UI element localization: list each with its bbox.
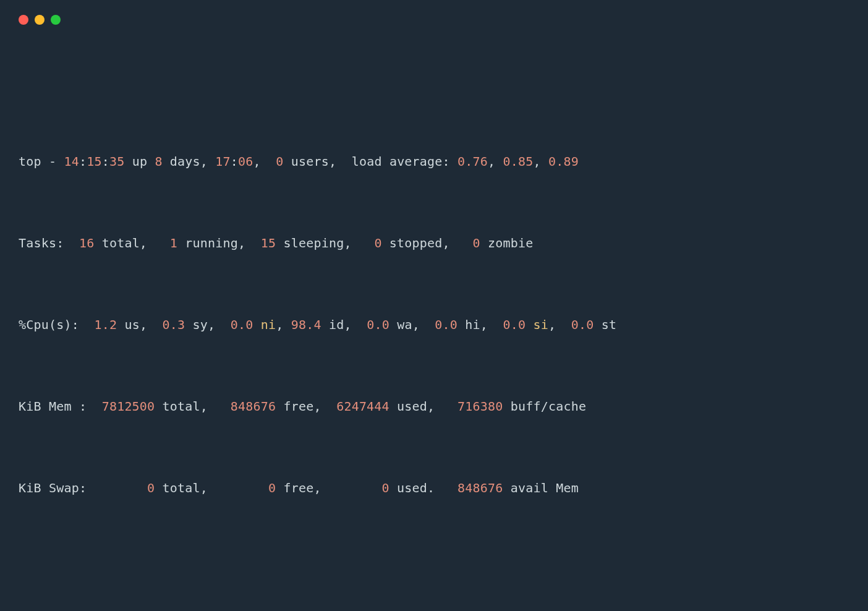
tasks-total: 16	[79, 236, 94, 250]
loadavg-1: 0.76	[457, 154, 488, 169]
mem-free: 848676	[231, 399, 276, 414]
mem-used: 6247444	[336, 399, 389, 414]
label: top -	[19, 154, 64, 169]
swap-free: 0	[268, 481, 276, 495]
cpu-ni: 0.0	[231, 317, 253, 332]
summary-line-uptime: top - 14:15:35 up 8 days, 17:06, 0 users…	[19, 152, 849, 172]
cpu-si: 0.0	[503, 317, 526, 332]
loadavg-5: 0.85	[503, 154, 534, 169]
cpu-us: 1.2	[94, 317, 117, 332]
cpu-wa: 0.0	[367, 317, 389, 332]
time-hour: 14	[64, 154, 79, 169]
tasks-stopped: 0	[374, 236, 381, 250]
terminal-output: top - 14:15:35 up 8 days, 17:06, 0 users…	[19, 49, 849, 611]
tasks-running: 1	[170, 236, 177, 250]
terminal-window: top - 14:15:35 up 8 days, 17:06, 0 users…	[0, 0, 868, 611]
mem-buff: 716380	[457, 399, 503, 414]
close-icon[interactable]	[19, 15, 28, 25]
time-sec: 35	[109, 154, 124, 169]
tasks-sleeping: 15	[261, 236, 276, 250]
swap-used: 0	[382, 481, 389, 495]
cpu-st: 0.0	[571, 317, 594, 332]
mem-total: 7812500	[102, 399, 155, 414]
zoom-icon[interactable]	[51, 15, 61, 25]
cpu-hi: 0.0	[435, 317, 457, 332]
cpu-sy: 0.3	[163, 317, 185, 332]
uptime-hours: 17	[215, 154, 230, 169]
users-count: 0	[276, 154, 283, 169]
minimize-icon[interactable]	[35, 15, 45, 25]
cpu-id: 98.4	[291, 317, 321, 332]
swap-avail: 848676	[457, 481, 503, 495]
summary-line-mem: KiB Mem : 7812500 total, 848676 free, 62…	[19, 396, 849, 417]
summary-line-tasks: Tasks: 16 total, 1 running, 15 sleeping,…	[19, 233, 849, 254]
loadavg-15: 0.89	[548, 154, 579, 169]
tasks-zombie: 0	[473, 236, 480, 250]
top-summary: top - 14:15:35 up 8 days, 17:06, 0 users…	[19, 90, 849, 539]
swap-total: 0	[147, 481, 155, 495]
summary-line-cpu: %Cpu(s): 1.2 us, 0.3 sy, 0.0 ni, 98.4 id…	[19, 315, 849, 335]
uptime-mins: 06	[238, 154, 253, 169]
window-titlebar	[19, 15, 849, 25]
time-min: 15	[87, 154, 101, 169]
summary-line-swap: KiB Swap: 0 total, 0 free, 0 used. 84867…	[19, 478, 849, 498]
uptime-days: 8	[155, 154, 162, 169]
